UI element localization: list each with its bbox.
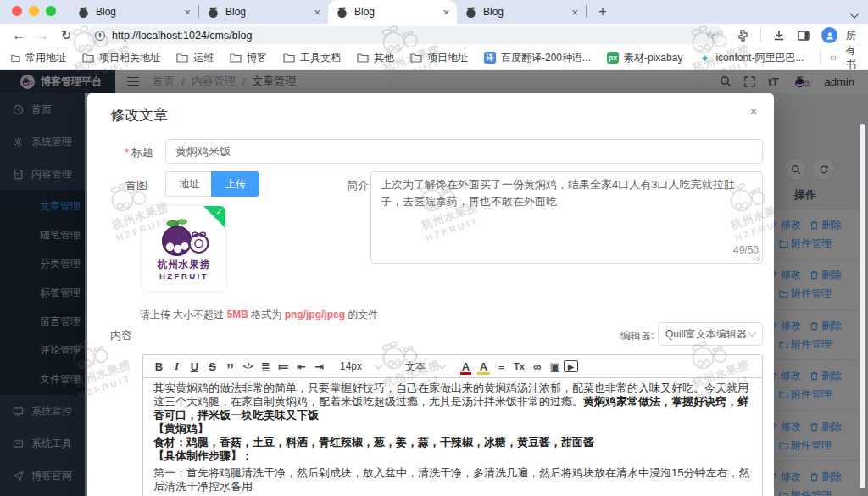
chevron-down-icon bbox=[438, 361, 447, 370]
bookmark-folder[interactable]: 项目相关地址 bbox=[82, 51, 160, 65]
browser-tab-3-active[interactable]: Blog × bbox=[328, 0, 457, 24]
strike-button[interactable]: S bbox=[203, 358, 221, 376]
tab-close-icon[interactable]: × bbox=[571, 7, 578, 18]
bookmark-link-baidu-translate[interactable]: 译百度翻译-200种语... bbox=[484, 51, 591, 65]
tab-title: Blog bbox=[354, 6, 437, 18]
cover-url-option[interactable]: 地址 bbox=[165, 171, 212, 197]
folder-icon bbox=[283, 53, 295, 63]
tab-search-chevron-icon[interactable] bbox=[851, 10, 860, 19]
tab-close-icon[interactable]: × bbox=[314, 7, 320, 18]
window-controls bbox=[0, 6, 70, 24]
font-family-select[interactable]: 文本 bbox=[400, 359, 450, 374]
bookmark-link-pixabay[interactable]: px素材-pixabay bbox=[607, 51, 682, 65]
link-button[interactable]: ∞ bbox=[528, 358, 546, 376]
page-scrollbar[interactable] bbox=[860, 124, 865, 488]
tab-favicon bbox=[207, 6, 220, 19]
reload-button[interactable]: ↻ bbox=[56, 28, 76, 43]
browser-toolbar: ← → ↻ http://localhost:1024/cms/blog ☆ ⋮ bbox=[0, 24, 868, 47]
color-button[interactable]: A bbox=[457, 358, 475, 376]
bookmark-folder[interactable]: 运维 bbox=[176, 51, 214, 65]
new-tab-button[interactable]: + bbox=[592, 1, 614, 23]
bookmark-folder[interactable]: 博客 bbox=[230, 51, 267, 65]
window-minimize-button[interactable] bbox=[29, 6, 39, 16]
underline-button[interactable]: U bbox=[186, 358, 203, 376]
background-button[interactable]: A bbox=[475, 358, 492, 376]
editor-select[interactable]: Quill富文本编辑器 bbox=[658, 322, 763, 346]
bookmark-folder[interactable]: 项目地址 bbox=[410, 51, 468, 65]
bookmark-folder[interactable]: 其他 bbox=[357, 51, 394, 65]
title-input[interactable] bbox=[165, 139, 763, 164]
folder-icon bbox=[11, 53, 20, 63]
outdent-button[interactable]: ⇤ bbox=[292, 358, 310, 376]
browser-tab-strip: Blog × Blog × Blog × Blog × + bbox=[0, 0, 868, 24]
indent-button[interactable]: ⇥ bbox=[310, 358, 328, 376]
tab-close-icon[interactable]: × bbox=[442, 7, 449, 18]
folder-icon bbox=[831, 53, 836, 63]
logo-text-cn: 杭州水果捞 bbox=[158, 259, 211, 271]
downloads-icon[interactable] bbox=[772, 29, 786, 42]
code-block-button[interactable]: </> bbox=[239, 358, 257, 376]
cover-field-label: 首图 bbox=[125, 178, 147, 193]
cover-source-toggle: 地址 上传 bbox=[165, 171, 259, 197]
check-icon: ✓ bbox=[216, 207, 223, 216]
tab-title: Blog bbox=[483, 6, 565, 18]
bookmark-star-icon[interactable]: ☆ bbox=[705, 29, 715, 42]
iconfont-badge-icon: ◆ bbox=[698, 52, 710, 64]
tab-title: Blog bbox=[96, 6, 178, 18]
font-size-select[interactable]: 14px bbox=[335, 360, 387, 372]
dialog-close-icon[interactable]: × bbox=[749, 104, 758, 119]
chevron-down-icon bbox=[748, 329, 757, 337]
tab-close-icon[interactable]: × bbox=[184, 7, 191, 18]
folder-icon bbox=[410, 53, 422, 63]
browser-tab-1[interactable]: Blog × bbox=[70, 0, 198, 24]
summary-char-counter: 49/50 bbox=[681, 244, 759, 256]
browser-tab-4[interactable]: Blog × bbox=[457, 0, 586, 24]
chevron-down-icon bbox=[375, 361, 383, 370]
tab-title: Blog bbox=[225, 6, 308, 18]
image-button[interactable]: ▣ bbox=[546, 358, 564, 376]
italic-button[interactable]: I bbox=[168, 358, 186, 376]
cover-image-preview[interactable]: 杭州水果捞 HZFRUIT ✓ bbox=[142, 206, 225, 291]
list-ordered-button[interactable]: ≣ bbox=[257, 358, 275, 376]
tab-separator bbox=[586, 5, 587, 18]
video-button[interactable]: ▶ bbox=[564, 360, 578, 372]
bookmark-folder[interactable]: 常用地址 bbox=[11, 51, 66, 65]
editor-paragraph: 【黄焖鸡】 bbox=[153, 422, 752, 436]
toolbar-separator bbox=[760, 29, 761, 42]
blockquote-button[interactable]: ” bbox=[221, 358, 239, 376]
upload-hint: 请上传 大小不超过 5MB 格式为 png/jpg/jpeg 的文件 bbox=[140, 308, 378, 322]
extensions-icon[interactable] bbox=[736, 29, 749, 42]
folder-icon bbox=[357, 53, 369, 63]
summary-field-label: 简介 bbox=[347, 178, 369, 193]
forward-button[interactable]: → bbox=[32, 28, 53, 42]
site-info-icon[interactable] bbox=[95, 31, 105, 41]
list-bullet-button[interactable]: ≔ bbox=[275, 358, 292, 376]
tab-favicon bbox=[465, 6, 477, 19]
folder-icon bbox=[230, 53, 242, 63]
back-button[interactable]: ← bbox=[8, 28, 29, 42]
align-button[interactable]: ≡ bbox=[492, 358, 510, 376]
screenshot-root: Blog × Blog × Blog × Blog × + ← → ↻ http… bbox=[0, 0, 868, 496]
editor-paragraph: 其实黄焖鸡的做法非常的简单，只要掌握好技巧，自己在家做出来的黄焖鸡汤汁浓郁，配菜… bbox=[153, 382, 752, 422]
quill-editor-body[interactable]: 其实黄焖鸡的做法非常的简单，只要掌握好技巧，自己在家做出来的黄焖鸡汤汁浓郁，配菜… bbox=[143, 378, 762, 496]
bold-button[interactable]: B bbox=[150, 358, 168, 376]
window-close-button[interactable] bbox=[12, 6, 22, 16]
folder-icon bbox=[176, 53, 188, 63]
side-panel-icon[interactable] bbox=[797, 29, 810, 42]
editor-select-label: 编辑器: bbox=[620, 329, 654, 343]
cover-upload-option[interactable]: 上传 bbox=[212, 171, 259, 197]
edit-article-dialog: 修改文章 × *标题 首图 地址 上传 简介 上次为了解馋在外面买了一份黄焖鸡，… bbox=[87, 93, 774, 496]
bookmark-folder[interactable]: 工具文档 bbox=[283, 51, 341, 65]
quill-editor: BIUS”</>≣≔⇤⇥ 14px 文本 AA≡Tx∞▣▶ 其实黄焖鸡的做法非常… bbox=[142, 354, 763, 496]
logo-text-en: HZFRUIT bbox=[159, 271, 209, 281]
editor-paragraph: 【具体制作步骤】： bbox=[153, 449, 752, 463]
clean-button[interactable]: Tx bbox=[510, 358, 528, 376]
editor-paragraph: 第一：首先将鸡腿清洗干净，然后剁成块，放入盆中，清洗干净，多清洗几遍，然后将鸡块… bbox=[153, 466, 752, 493]
bookmark-link-iconfont[interactable]: ◆iconfont-阿里巴巴... bbox=[698, 51, 804, 65]
browser-tab-2[interactable]: Blog × bbox=[199, 0, 328, 24]
tab-favicon bbox=[77, 6, 90, 19]
url-text[interactable]: http://localhost:1024/cms/blog bbox=[112, 30, 698, 42]
address-bar[interactable]: http://localhost:1024/cms/blog ☆ bbox=[86, 26, 724, 44]
translate-badge-icon: 译 bbox=[484, 52, 496, 64]
window-zoom-button[interactable] bbox=[46, 6, 56, 16]
